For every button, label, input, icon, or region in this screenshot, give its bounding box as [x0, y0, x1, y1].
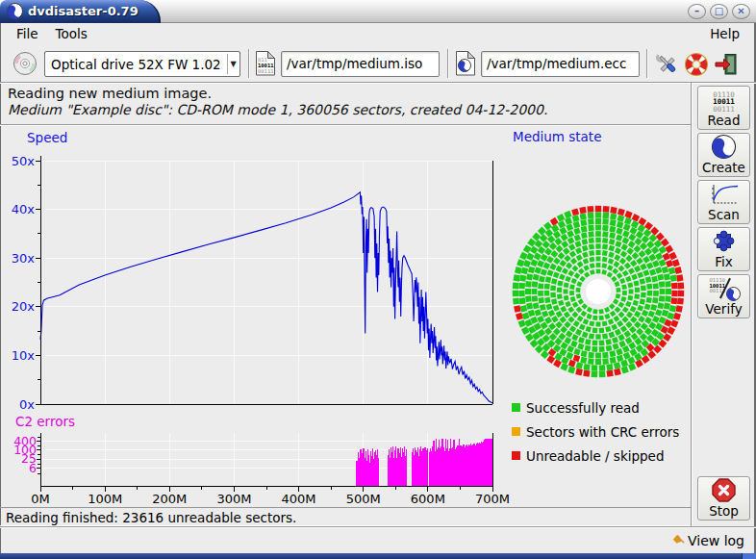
- svg-text:40x: 40x: [12, 202, 36, 216]
- status-bar: Reading finished: 23616 unreadable secto…: [0, 507, 691, 526]
- status-text: Reading finished: 23616 unreadable secto…: [6, 510, 296, 525]
- medium-state-title: Medium state: [513, 129, 601, 144]
- resize-grip[interactable]: [742, 553, 756, 559]
- svg-text:200M: 200M: [152, 492, 187, 506]
- toolbar-separator: [248, 49, 250, 78]
- preferences-tools-icon[interactable]: [655, 52, 680, 77]
- svg-text:10x: 10x: [12, 348, 36, 363]
- svg-text:20x: 20x: [12, 299, 36, 314]
- verify-button[interactable]: 011101001100111 Verify: [697, 274, 750, 318]
- medium-state-legend: Successfully read Sectors with CRC error…: [512, 400, 679, 472]
- create-button[interactable]: Create: [697, 133, 750, 177]
- svg-text:00111: 00111: [258, 68, 274, 74]
- svg-text:Speed: Speed: [27, 130, 67, 145]
- fix-button[interactable]: Fix: [697, 227, 750, 271]
- legend-item-success: Successfully read: [512, 400, 679, 415]
- stop-button[interactable]: Stop: [697, 476, 750, 521]
- action-header: Reading new medium image. Medium "Exampl…: [0, 83, 691, 125]
- orange-swatch: [512, 427, 520, 436]
- menu-tools[interactable]: Tools: [47, 24, 96, 43]
- ecc-file-icon: [455, 50, 476, 77]
- ecc-path-input[interactable]: /var/tmp/medium.ecc: [481, 51, 640, 77]
- verify-icon: 011101001100111: [708, 276, 741, 301]
- medium-info: Medium "Example disc": CD-ROM mode 1, 36…: [8, 102, 691, 117]
- cd-drive-icon: [13, 51, 38, 76]
- scan-button[interactable]: Scan: [697, 180, 750, 224]
- action-title: Reading new medium image.: [8, 86, 691, 101]
- legend-item-unreadable: Unreadable / skipped: [512, 448, 679, 463]
- scan-curve-icon: [709, 183, 740, 207]
- content-area: Reading new medium image. Medium "Exampl…: [0, 83, 756, 526]
- lifebuoy-help-icon[interactable]: [684, 52, 709, 77]
- drive-select-value: Optical drive 52X FW 1.02: [45, 57, 227, 72]
- app-yinyang-icon: [7, 3, 23, 19]
- puzzle-piece-icon: [711, 228, 737, 254]
- medium-state-disc: [498, 125, 691, 396]
- svg-text:700M: 700M: [475, 492, 510, 506]
- drive-select[interactable]: Optical drive 52X FW 1.02 ▼: [44, 51, 240, 77]
- svg-text:50x: 50x: [12, 154, 36, 168]
- action-sidebar: 011101001100111 Read Create Scan: [691, 83, 756, 526]
- app-window: dvdisaster-0.79 – □ ✕ File Tools Help Op…: [0, 0, 756, 559]
- hand-pointer-icon: ☛: [668, 529, 689, 550]
- exit-door-icon[interactable]: [714, 52, 739, 77]
- svg-text:100M: 100M: [88, 492, 122, 506]
- footer-bar: ☛ View log: [0, 526, 756, 553]
- svg-text:600M: 600M: [411, 492, 445, 506]
- menubar: File Tools Help: [0, 23, 756, 44]
- iso-file-icon: 011 10011 00111: [255, 50, 276, 77]
- window-title: dvdisaster-0.79: [28, 4, 139, 18]
- maximize-button[interactable]: □: [710, 4, 728, 19]
- toolbar-separator: [646, 49, 648, 78]
- iso-path-input[interactable]: /var/tmp/medium.iso: [281, 51, 440, 77]
- view-log-button[interactable]: View log: [688, 533, 744, 548]
- menu-help[interactable]: Help: [701, 24, 748, 43]
- legend-item-crc: Sectors with CRC errors: [512, 424, 679, 439]
- close-button[interactable]: ✕: [732, 4, 750, 19]
- toolbar-separator: [447, 49, 449, 78]
- green-swatch: [512, 403, 520, 412]
- svg-text:400: 400: [13, 434, 37, 448]
- svg-text:30x: 30x: [12, 251, 36, 266]
- read-button[interactable]: 011101001100111 Read: [697, 86, 750, 130]
- read-icon: 011101001100111: [713, 91, 735, 114]
- titlebar[interactable]: dvdisaster-0.79 – □ ✕: [0, 0, 756, 23]
- svg-text:C2 errors: C2 errors: [15, 414, 75, 429]
- svg-text:0M: 0M: [31, 492, 50, 506]
- svg-text:500M: 500M: [346, 492, 381, 506]
- minimize-button[interactable]: –: [688, 4, 706, 19]
- chevron-down-icon: ▼: [227, 60, 239, 68]
- red-swatch: [512, 451, 520, 460]
- svg-text:300M: 300M: [216, 492, 251, 506]
- toolbar: Optical drive 52X FW 1.02 ▼ 011 10011 00…: [0, 44, 756, 83]
- svg-text:400M: 400M: [282, 492, 316, 506]
- yinyang-create-icon: [711, 134, 737, 160]
- menu-file[interactable]: File: [8, 24, 47, 43]
- window-bottom-border: [0, 553, 756, 559]
- stop-sign-icon: [711, 477, 737, 503]
- svg-text:0x: 0x: [19, 397, 35, 412]
